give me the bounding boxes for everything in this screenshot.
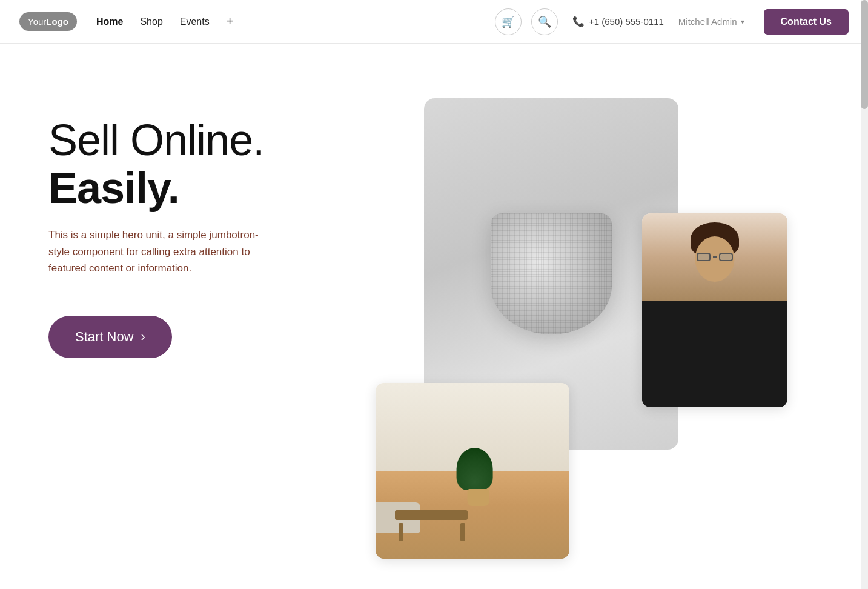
- nav-item-events[interactable]: Events: [180, 16, 210, 27]
- hero-divider: [48, 296, 267, 296]
- room-bench-leg-left: [399, 523, 403, 541]
- nav-right: 🛒 🔍 📞 +1 (650) 555-0111 Mitchell Admin ▾…: [495, 8, 849, 35]
- logo-your-text: Your: [28, 16, 46, 27]
- person-glasses: [697, 253, 733, 261]
- person-body: [642, 301, 787, 407]
- user-name: Mitchell Admin: [678, 16, 737, 27]
- hero-image-person: [642, 213, 787, 407]
- logo[interactable]: Your Logo: [19, 12, 77, 31]
- nav-item-home[interactable]: Home: [96, 16, 123, 27]
- room-bench: [395, 510, 468, 520]
- start-now-button[interactable]: Start Now ›: [48, 316, 172, 358]
- nav-link-home[interactable]: Home: [96, 16, 123, 27]
- phone-number: +1 (650) 555-0111: [589, 16, 664, 27]
- start-now-label: Start Now: [75, 329, 134, 345]
- hero-subtext: This is a simple hero unit, a simple jum…: [48, 227, 279, 276]
- contact-us-button[interactable]: Contact Us: [764, 9, 849, 35]
- speaker-shape: [491, 213, 612, 334]
- room-plant: [464, 448, 493, 506]
- nav-item-shop[interactable]: Shop: [140, 16, 162, 27]
- phone-icon: 📞: [572, 16, 585, 27]
- phone-wrap: 📞 +1 (650) 555-0111: [572, 16, 664, 27]
- hero-section: Sell Online. Easily. This is a simple he…: [0, 44, 868, 589]
- nav-links: Home Shop Events +: [96, 15, 233, 28]
- hero-left: Sell Online. Easily. This is a simple he…: [48, 92, 339, 358]
- nav-item-plus[interactable]: +: [227, 15, 234, 28]
- logo-logo-text: Logo: [46, 16, 68, 27]
- room-bench-leg-right: [460, 523, 465, 541]
- nav-link-events[interactable]: Events: [180, 16, 210, 27]
- search-button[interactable]: 🔍: [531, 8, 558, 35]
- hero-heading: Sell Online. Easily.: [48, 116, 339, 212]
- plant-pot: [468, 489, 489, 506]
- user-chevron-icon: ▾: [741, 18, 744, 26]
- hero-right: [376, 86, 820, 510]
- plant-leaves: [457, 448, 493, 490]
- person-face: [642, 213, 787, 301]
- search-icon: 🔍: [538, 15, 551, 28]
- cart-icon: 🛒: [502, 15, 515, 28]
- logo-oval: Your Logo: [19, 12, 77, 31]
- user-menu[interactable]: Mitchell Admin ▾: [678, 16, 744, 27]
- glasses-lens-left: [697, 253, 711, 261]
- hero-heading-line1: Sell Online.: [48, 116, 264, 164]
- hero-image-room: [376, 383, 569, 559]
- hero-heading-line2: Easily.: [48, 164, 339, 212]
- navbar: Your Logo Home Shop Events + 🛒 🔍 📞 +1 (6…: [0, 0, 868, 44]
- speaker-mesh: [491, 213, 612, 334]
- cart-button[interactable]: 🛒: [495, 8, 522, 35]
- glasses-bridge: [713, 256, 717, 258]
- start-now-arrow-icon: ›: [141, 329, 145, 345]
- room-bench-legs: [399, 523, 465, 541]
- nav-plus-icon[interactable]: +: [227, 15, 234, 28]
- nav-link-shop[interactable]: Shop: [140, 16, 162, 27]
- glasses-lens-right: [719, 253, 733, 261]
